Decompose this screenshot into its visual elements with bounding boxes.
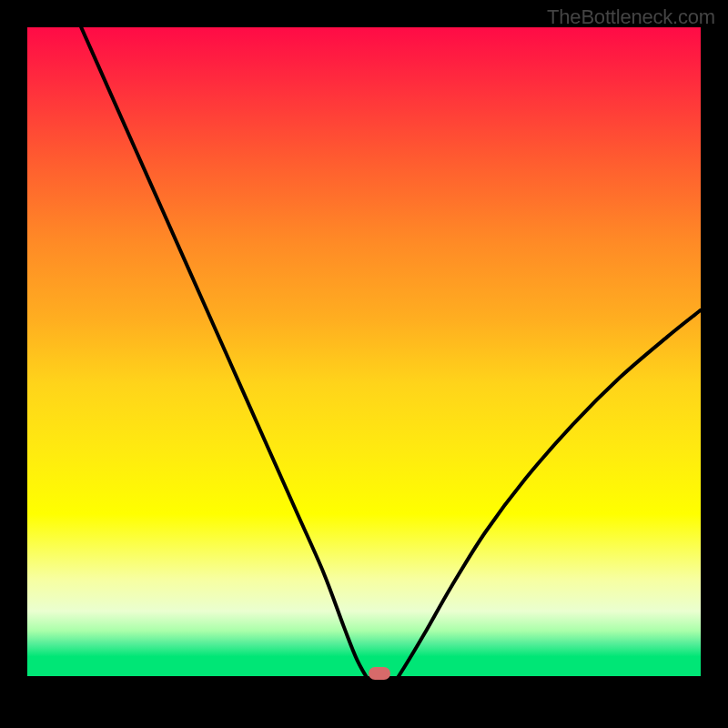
bottleneck-curve [27, 27, 701, 701]
chart-container: TheBottleneck.com [0, 0, 728, 728]
plot-area [27, 27, 701, 701]
optimal-point-marker [369, 667, 390, 680]
curve-path [81, 27, 701, 696]
watermark-text: TheBottleneck.com [547, 5, 715, 29]
